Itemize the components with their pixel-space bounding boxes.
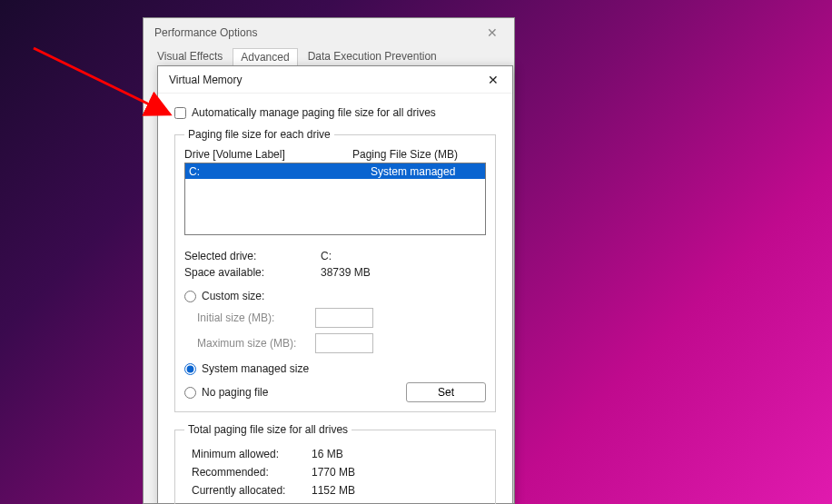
drive-list[interactable]: C: System managed	[184, 163, 486, 235]
header-drive-label: Drive [Volume Label]	[184, 148, 352, 161]
drive-row-size: System managed	[371, 165, 455, 178]
no-paging-label: No paging file	[202, 386, 268, 399]
virtual-memory-titlebar: Virtual Memory ✕	[158, 66, 512, 94]
header-size-label: Paging File Size (MB)	[352, 148, 458, 161]
no-paging-row: No paging file	[184, 386, 268, 399]
auto-manage-checkbox[interactable]	[174, 107, 186, 119]
selected-drive-block: Selected drive: C: Space available: 3873…	[184, 248, 486, 281]
virtual-memory-dialog: Virtual Memory ✕ Automatically manage pa…	[157, 65, 513, 504]
close-icon[interactable]: ✕	[478, 25, 507, 40]
selected-drive-label: Selected drive:	[184, 248, 321, 264]
space-available-value: 38739 MB	[321, 264, 371, 281]
currently-allocated-label: Currently allocated:	[184, 481, 312, 499]
paging-file-group: Paging file size for each drive Drive [V…	[174, 128, 496, 412]
drive-list-header: Drive [Volume Label] Paging File Size (M…	[184, 148, 486, 161]
recommended-value: 1770 MB	[312, 463, 355, 481]
performance-options-titlebar: Performance Options ✕	[144, 18, 514, 47]
maximum-size-label: Maximum size (MB):	[184, 337, 310, 350]
tab-dep[interactable]: Data Execution Prevention	[300, 47, 445, 65]
tab-visual-effects[interactable]: Visual Effects	[149, 47, 231, 65]
min-allowed-label: Minimum allowed:	[184, 445, 312, 463]
paging-file-legend: Paging file size for each drive	[184, 128, 334, 141]
performance-options-title: Performance Options	[154, 26, 257, 39]
initial-size-label: Initial size (MB):	[184, 311, 310, 324]
initial-size-input[interactable]	[315, 308, 373, 328]
totals-group: Total paging file size for all drives Mi…	[174, 423, 496, 504]
space-available-label: Space available:	[184, 264, 321, 281]
close-icon[interactable]: ✕	[480, 73, 507, 87]
totals-legend: Total paging file size for all drives	[184, 423, 352, 436]
list-item[interactable]: C: System managed	[185, 163, 485, 179]
system-managed-label: System managed size	[202, 362, 309, 375]
recommended-label: Recommended:	[184, 463, 312, 481]
min-allowed-value: 16 MB	[312, 445, 343, 463]
custom-size-radio[interactable]	[184, 291, 196, 302]
drive-row-drive: C:	[189, 165, 371, 178]
no-paging-radio[interactable]	[184, 387, 196, 399]
system-managed-radio[interactable]	[184, 363, 196, 375]
selected-drive-value: C:	[321, 248, 332, 264]
set-button[interactable]: Set	[406, 382, 486, 402]
virtual-memory-title: Virtual Memory	[169, 74, 242, 86]
custom-size-row: Custom size:	[184, 290, 486, 302]
currently-allocated-value: 1152 MB	[312, 481, 355, 499]
performance-options-tabs: Visual Effects Advanced Data Execution P…	[144, 47, 514, 65]
tab-advanced[interactable]: Advanced	[233, 48, 297, 66]
system-managed-row: System managed size	[184, 362, 486, 375]
auto-manage-row: Automatically manage paging file size fo…	[174, 106, 496, 119]
maximum-size-input[interactable]	[315, 333, 373, 353]
auto-manage-label: Automatically manage paging file size fo…	[192, 106, 436, 119]
custom-size-label: Custom size:	[202, 290, 264, 302]
